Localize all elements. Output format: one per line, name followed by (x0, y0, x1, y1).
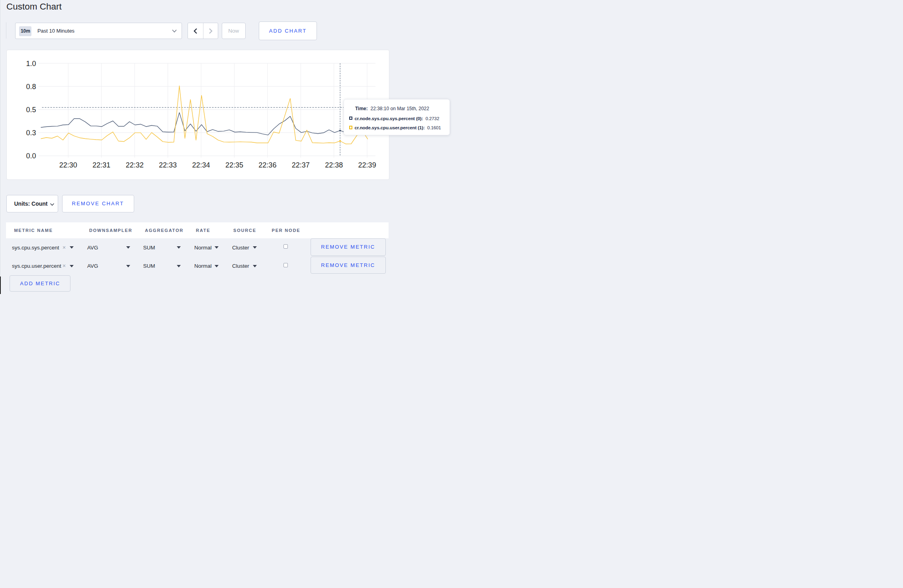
svg-text:22:36: 22:36 (258, 161, 276, 169)
svg-text:22:37: 22:37 (292, 161, 310, 169)
svg-text:22:39: 22:39 (358, 161, 376, 169)
svg-text:22:38: 22:38 (325, 161, 343, 169)
svg-text:1.0: 1.0 (26, 60, 36, 68)
svg-text:22:35: 22:35 (225, 161, 243, 169)
svg-text:22:31: 22:31 (92, 161, 110, 169)
svg-text:22:32: 22:32 (126, 161, 144, 169)
svg-text:0.5: 0.5 (26, 106, 36, 114)
svg-text:0.0: 0.0 (26, 152, 36, 160)
svg-text:0.8: 0.8 (26, 83, 36, 91)
svg-text:22:30: 22:30 (59, 161, 77, 169)
svg-text:0.3: 0.3 (26, 129, 36, 137)
svg-text:22:33: 22:33 (159, 161, 177, 169)
svg-text:22:34: 22:34 (192, 161, 210, 169)
